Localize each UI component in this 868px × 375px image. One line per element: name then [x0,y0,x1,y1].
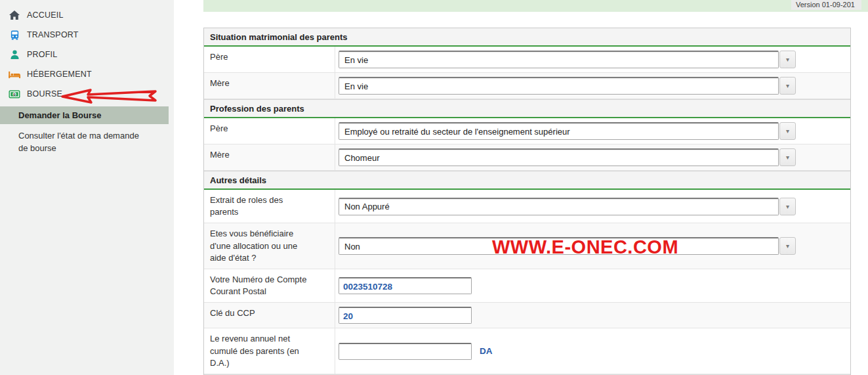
alert-bar [203,0,868,12]
field-value-cell [335,269,850,302]
field-label: Mère [204,73,335,99]
person-icon [8,49,21,60]
form-row-pere-profession: Père Employé ou retraité du secteur de l… [204,118,850,144]
sidebar-item-transport[interactable]: TRANSPORT [0,25,174,45]
form-row-ccp-key: Clé du CCP [204,303,850,328]
field-label: Etes vous bénéficiaire d'une allocation … [204,223,335,269]
pere-situation-select[interactable]: En vie ▾ [339,51,796,68]
sidebar-item-consulter-etat-demande[interactable]: Consulter l'état de ma demande de bourse [0,124,156,155]
page: ACCUEIL TRANSPORT PROFIL HÉBERGEMENT [0,0,868,375]
section-title: Profession des parents [204,99,850,118]
field-value-cell: Non Appuré ▾ [335,190,850,223]
revenu-annuel-input[interactable] [339,343,472,360]
pere-profession-select[interactable]: Employé ou retraité du secteur de l'ense… [339,122,796,140]
field-value-cell: Chomeur ▾ [335,144,850,170]
field-label: Père [204,118,335,144]
form-row-mere-situation: Mère En vie ▾ [204,73,850,99]
chevron-down-icon[interactable]: ▾ [779,51,796,68]
mere-profession-select[interactable]: Chomeur ▾ [339,148,796,166]
field-value-cell [335,303,850,328]
form-row-revenu: Le revenu annuel net cumulé des parents … [204,328,850,374]
sidebar-item-label: ACCUEIL [27,11,64,20]
da-currency-label: DA [480,346,493,356]
sidebar-item-label: PROFIL [27,50,57,59]
field-label: Extrait de roles des parents [204,190,335,223]
field-label: Votre Numéro de Compte Courant Postal [204,269,335,302]
chevron-down-icon[interactable]: ▾ [779,77,796,95]
mere-situation-select[interactable]: En vie ▾ [339,77,796,95]
chevron-down-icon[interactable]: ▾ [779,148,796,166]
sidebar-item-label: BOURSE [27,89,62,99]
field-value-cell: En vie ▾ [335,47,850,72]
field-label: Le revenu annuel net cumulé des parents … [204,328,335,374]
select-value: Non [344,242,360,252]
field-value-cell: DA [335,328,850,374]
field-value-cell: En vie ▾ [335,73,850,99]
form-row-extrait-roles: Extrait de roles des parents Non Appuré … [204,190,850,223]
form-row-ccp-number: Votre Numéro de Compte Courant Postal [204,269,850,303]
select-value: Non Appuré [344,202,390,211]
sidebar-item-hebergement[interactable]: HÉBERGEMENT [0,64,174,84]
form-row-allocation: Etes vous bénéficiaire d'une allocation … [204,223,850,269]
allocation-select[interactable]: Non ▾ [339,237,796,255]
sidebar-item-accueil[interactable]: ACCUEIL [0,5,174,25]
chevron-down-icon[interactable]: ▾ [779,122,796,140]
field-label: Clé du CCP [204,303,335,328]
bourse-form-panel: Situation matrimonial des parents Père E… [203,28,851,375]
ccp-number-input[interactable] [339,277,472,294]
sidebar-item-label: HÉBERGEMENT [27,70,92,79]
sidebar-subnav: Demander la Bourse Consulter l'état de m… [0,106,174,155]
sidebar-item-label: TRANSPORT [27,30,79,39]
extrait-roles-select[interactable]: Non Appuré ▾ [339,198,796,215]
section-title: Situation matrimonial des parents [204,28,850,47]
field-value-cell: Employé ou retraité du secteur de l'ense… [335,118,850,144]
ccp-key-input[interactable] [339,307,472,324]
field-label: Père [204,47,335,72]
home-icon [8,10,21,20]
section-title: Autres détails [204,171,850,190]
field-value-cell: Non ▾ [335,223,850,269]
select-value: En vie [344,55,368,65]
select-value: Employé ou retraité du secteur de l'ense… [344,127,570,137]
version-label: Version 01-09-201 [791,0,861,10]
bus-icon [8,30,21,40]
red-arrow-annotation [60,87,159,104]
form-row-mere-profession: Mère Chomeur ▾ [204,144,850,171]
select-value: Chomeur [344,153,379,163]
chevron-down-icon[interactable]: ▾ [779,237,796,255]
money-icon: 0 [8,89,21,99]
field-label: Mère [204,144,335,170]
sidebar: ACCUEIL TRANSPORT PROFIL HÉBERGEMENT [0,0,174,375]
chevron-down-icon[interactable]: ▾ [779,198,796,215]
form-row-pere-situation: Père En vie ▾ [204,47,850,73]
bed-icon [8,69,21,79]
sidebar-item-profil[interactable]: PROFIL [0,45,174,64]
sidebar-item-demander-la-bourse[interactable]: Demander la Bourse [0,106,169,124]
select-value: En vie [344,81,368,91]
